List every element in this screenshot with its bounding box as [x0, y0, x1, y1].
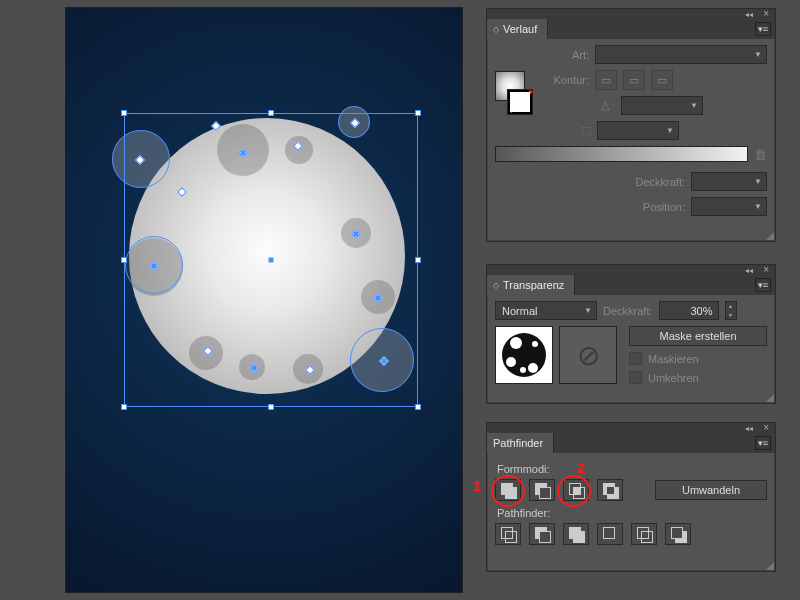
tab-label: Pathfinder: [493, 437, 543, 449]
anchor-marker[interactable]: [354, 232, 359, 237]
selection-handle[interactable]: [268, 110, 274, 116]
shapemode-intersect-button[interactable]: [563, 479, 589, 501]
panel-topbar[interactable]: ◂◂ ×: [487, 9, 775, 19]
pathfinder-minusback-button[interactable]: [665, 523, 691, 545]
anchor-marker[interactable]: [152, 264, 157, 269]
selection-center[interactable]: [269, 258, 274, 263]
artboard-canvas[interactable]: [66, 8, 462, 592]
clip-checkbox[interactable]: [629, 352, 642, 365]
pathfinder-crop-button[interactable]: [597, 523, 623, 545]
anchor-marker[interactable]: [376, 296, 381, 301]
position-label: Position:: [643, 201, 685, 213]
selection-handle[interactable]: [415, 257, 421, 263]
panel-topbar[interactable]: ◂◂ ×: [487, 423, 775, 433]
panel-menu-icon[interactable]: ▾≡: [755, 436, 771, 450]
gradient-type-dropdown[interactable]: ▼: [595, 45, 767, 64]
opacity-thumbnail[interactable]: [495, 326, 553, 384]
angle-icon: △: [595, 97, 615, 115]
stroke-swatch[interactable]: [507, 89, 533, 115]
shapemode-unite-button[interactable]: [495, 479, 521, 501]
opacity-label: Deckkraft:: [635, 176, 685, 188]
blend-mode-dropdown[interactable]: Normal ▼: [495, 301, 597, 320]
stroke-across-icon[interactable]: ▭: [651, 70, 673, 90]
pathfinder-merge-button[interactable]: [563, 523, 589, 545]
tab-label: Transparenz: [503, 279, 564, 291]
tab-pathfinder[interactable]: Pathfinder: [487, 433, 554, 453]
close-icon[interactable]: ×: [763, 8, 769, 19]
selection-handle[interactable]: [121, 257, 127, 263]
mask-thumbnail[interactable]: ⊘: [559, 326, 617, 384]
tab-gradient[interactable]: ◇ Verlauf: [487, 19, 548, 39]
selection-handle[interactable]: [415, 404, 421, 410]
collapse-icon[interactable]: ◂◂: [745, 266, 753, 275]
pathfinder-divide-button[interactable]: [495, 523, 521, 545]
stroke-along-icon[interactable]: ▭: [623, 70, 645, 90]
close-icon[interactable]: ×: [763, 422, 769, 433]
invert-label: Umkehren: [648, 372, 699, 384]
opacity-value: 30%: [690, 305, 712, 317]
stroke-label: Kontur:: [547, 74, 589, 86]
type-label: Art:: [547, 49, 589, 61]
selection-handle[interactable]: [268, 404, 274, 410]
pathfinder-outline-button[interactable]: [631, 523, 657, 545]
selection-handle[interactable]: [415, 110, 421, 116]
collapse-icon[interactable]: ◂◂: [745, 424, 753, 433]
clip-label: Maskieren: [648, 353, 699, 365]
panel-body: Formmodi: Umwandeln Pathfinder:: [487, 453, 775, 561]
panel-tabs: ◇ Verlauf ▾≡: [487, 19, 775, 39]
selection-handle[interactable]: [121, 110, 127, 116]
collapse-icon[interactable]: ◂◂: [745, 10, 753, 19]
panel-tabs: ◇ Transparenz ▾≡: [487, 275, 775, 295]
anchor-marker[interactable]: [382, 359, 387, 364]
pathfinder-panel: ◂◂ × Pathfinder ▾≡ Formmodi: Umwandeln: [486, 422, 776, 572]
anchor-marker[interactable]: [252, 366, 257, 371]
panel-body: Normal ▼ Deckkraft: 30% ▴▾: [487, 295, 775, 400]
twirl-icon: ◇: [493, 25, 499, 34]
opacity-stepper[interactable]: ▴▾: [725, 301, 737, 320]
make-mask-button[interactable]: Maske erstellen: [629, 326, 767, 346]
invert-checkbox[interactable]: [629, 371, 642, 384]
blend-mode-value: Normal: [502, 305, 537, 317]
gradient-slider[interactable]: [495, 146, 748, 162]
tab-label: Verlauf: [503, 23, 537, 35]
workspace: ◂◂ × ◇ Verlauf ▾≡ Art: ▼: [0, 0, 800, 600]
anchor-marker[interactable]: [241, 151, 246, 156]
selection-handle[interactable]: [121, 404, 127, 410]
aspect-icon: ⬚: [547, 122, 591, 140]
shapemode-minusfront-button[interactable]: [529, 479, 555, 501]
panel-topbar[interactable]: ◂◂ ×: [487, 265, 775, 275]
panel-body: Art: ▼ Kontur: ▭ ▭ ▭ x △ ▼: [487, 39, 775, 232]
angle-field[interactable]: ▼: [621, 96, 703, 115]
close-icon[interactable]: ×: [763, 264, 769, 275]
annotation-number-1: 1: [473, 477, 481, 494]
resize-grip[interactable]: [766, 394, 774, 402]
twirl-icon: ◇: [493, 281, 499, 290]
tab-transparency[interactable]: ◇ Transparenz: [487, 275, 575, 295]
panel-menu-icon[interactable]: ▾≡: [755, 22, 771, 36]
selection-bounds[interactable]: [124, 113, 418, 407]
shapemodes-label: Formmodi:: [497, 463, 767, 475]
pathfinder-trim-button[interactable]: [529, 523, 555, 545]
shapemode-exclude-button[interactable]: [597, 479, 623, 501]
gradient-panel: ◂◂ × ◇ Verlauf ▾≡ Art: ▼: [486, 8, 776, 242]
expand-button[interactable]: Umwandeln: [655, 480, 767, 500]
aspect-field[interactable]: ▼: [597, 121, 679, 140]
stroke-within-icon[interactable]: ▭: [595, 70, 617, 90]
transparency-panel: ◂◂ × ◇ Transparenz ▾≡ Normal ▼ Deckkraft…: [486, 264, 776, 404]
stop-position-field[interactable]: ▼: [691, 197, 767, 216]
resize-grip[interactable]: [766, 232, 774, 240]
panel-menu-icon[interactable]: ▾≡: [755, 278, 771, 292]
opacity-label: Deckkraft:: [603, 305, 653, 317]
opacity-field[interactable]: 30%: [659, 301, 719, 320]
panel-tabs: Pathfinder ▾≡: [487, 433, 775, 453]
delete-stop-icon[interactable]: 🗑: [754, 147, 767, 162]
pathfinder-label: Pathfinder:: [497, 507, 767, 519]
resize-grip[interactable]: [766, 562, 774, 570]
stop-opacity-field[interactable]: ▼: [691, 172, 767, 191]
